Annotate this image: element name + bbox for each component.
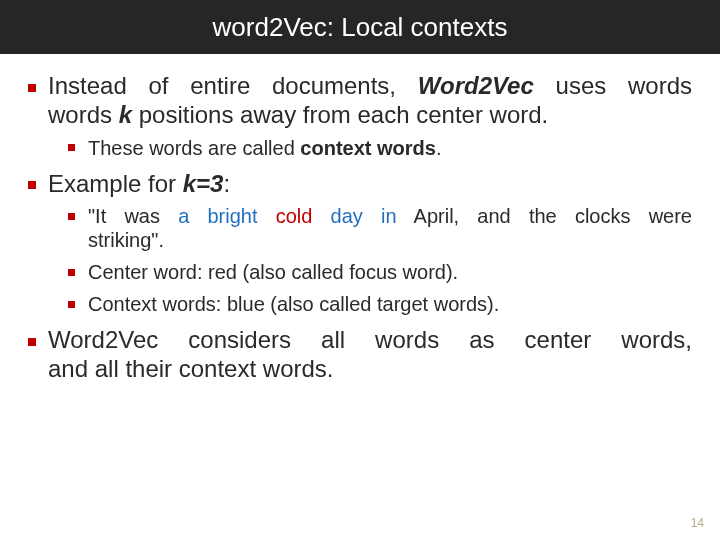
text: Center word: red (also called focus word…	[88, 261, 458, 283]
square-bullet-icon	[28, 338, 36, 346]
page-title: word2Vec: Local contexts	[213, 12, 508, 43]
text: words	[48, 101, 119, 128]
slide-content: Instead of entire documents, Word2Vec us…	[0, 54, 720, 384]
text: .	[436, 137, 442, 159]
page-number: 14	[691, 516, 704, 530]
text-emph: Word2Vec	[418, 72, 534, 99]
bullet-3: Word2Vec considers all words as center w…	[28, 326, 692, 384]
square-bullet-icon	[28, 181, 36, 189]
text-context: day in	[312, 205, 396, 227]
title-bar: word2Vec: Local contexts	[0, 0, 720, 54]
bullet-2: Example for k=3: "It was a bright cold d…	[28, 170, 692, 317]
square-bullet-icon	[68, 213, 75, 220]
text: These words are called	[88, 137, 300, 159]
text: Example for	[48, 170, 183, 197]
text: April, and the clocks were	[397, 205, 692, 227]
bullet-2-2: Center word: red (also called focus word…	[68, 260, 692, 284]
text-emph: k=3	[183, 170, 224, 197]
text: and all their context words.	[48, 355, 333, 382]
text-context: a bright	[178, 205, 276, 227]
bullet-1: Instead of entire documents, Word2Vec us…	[28, 72, 692, 160]
text: Instead of entire documents,	[48, 72, 418, 99]
text: "It was	[88, 205, 178, 227]
text: positions away from each center word.	[132, 101, 548, 128]
text: :	[223, 170, 230, 197]
square-bullet-icon	[68, 301, 75, 308]
text-center: cold	[276, 205, 313, 227]
square-bullet-icon	[68, 144, 75, 151]
bullet-1-1: These words are called context words.	[68, 136, 692, 160]
text-emph: k	[119, 101, 132, 128]
text-bold: context words	[300, 137, 436, 159]
square-bullet-icon	[68, 269, 75, 276]
square-bullet-icon	[28, 84, 36, 92]
text: striking".	[88, 229, 164, 251]
bullet-2-1: "It was a bright cold day in April, and …	[68, 204, 692, 252]
text: Context words: blue (also called target …	[88, 293, 499, 315]
bullet-2-3: Context words: blue (also called target …	[68, 292, 692, 316]
text: Word2Vec considers all words as center w…	[48, 326, 692, 353]
text: uses words	[534, 72, 692, 99]
